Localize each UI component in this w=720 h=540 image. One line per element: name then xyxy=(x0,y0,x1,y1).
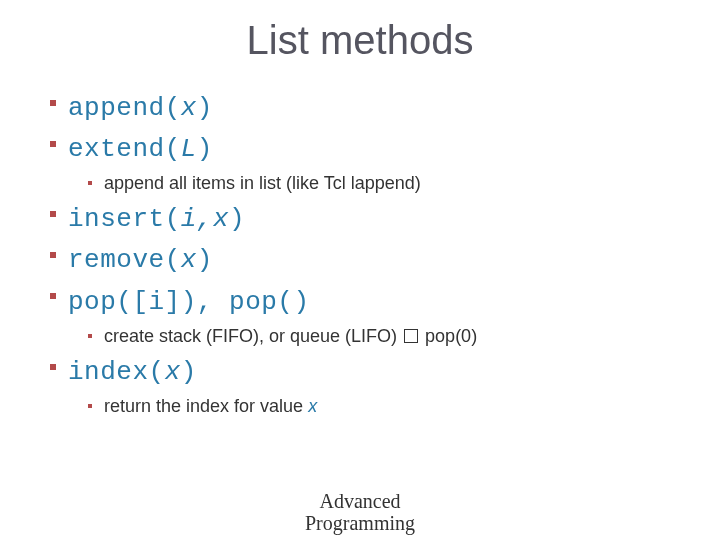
footer-line: Programming xyxy=(0,512,720,534)
sub-list: return the index for value x xyxy=(68,394,680,419)
method-signature: remove(x) xyxy=(68,245,213,275)
list-item: remove(x) xyxy=(68,243,680,278)
sub-item: create stack (FIFO), or queue (LIFO) pop… xyxy=(104,324,680,349)
page-title: List methods xyxy=(40,18,680,63)
method-signature: append(x) xyxy=(68,93,213,123)
sub-list: create stack (FIFO), or queue (LIFO) pop… xyxy=(68,324,680,349)
method-list: append(x) extend(L) append all items in … xyxy=(40,91,680,419)
method-signature: insert(i,x) xyxy=(68,204,245,234)
sub-item: return the index for value x xyxy=(104,394,680,419)
footer: Advanced Programming xyxy=(0,490,720,534)
list-item: extend(L) append all items in list (like… xyxy=(68,132,680,196)
placeholder-box-icon xyxy=(404,329,418,343)
method-signature: pop([i]), pop() xyxy=(68,287,310,317)
list-item: append(x) xyxy=(68,91,680,126)
list-item: index(x) return the index for value x xyxy=(68,355,680,419)
sub-item: append all items in list (like Tcl lappe… xyxy=(104,171,680,196)
slide: List methods append(x) extend(L) append … xyxy=(0,0,720,540)
method-signature: extend(L) xyxy=(68,134,213,164)
sub-list: append all items in list (like Tcl lappe… xyxy=(68,171,680,196)
method-signature: index(x) xyxy=(68,357,197,387)
list-item: pop([i]), pop() create stack (FIFO), or … xyxy=(68,285,680,349)
list-item: insert(i,x) xyxy=(68,202,680,237)
footer-line: Advanced xyxy=(0,490,720,512)
